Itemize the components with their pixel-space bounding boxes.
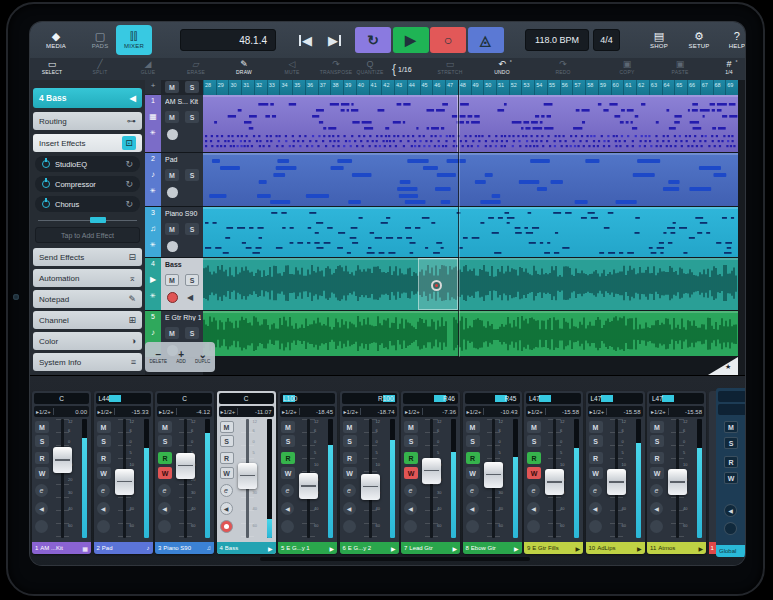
effect-mix-slider[interactable] (38, 217, 137, 223)
mixer-automation-read-button[interactable]: R (466, 452, 480, 464)
mixer-channel-solo-button[interactable]: S (650, 435, 664, 447)
track-action-delete-button[interactable]: −DELETE (150, 350, 168, 364)
output-volume-row[interactable]: ▸1/2+-15.58 (588, 406, 643, 417)
effect-edit-icon[interactable]: ↻ (125, 179, 133, 189)
mixer-channel-solo-button[interactable]: S (220, 435, 234, 447)
inspector-section-system-info[interactable]: System Info≡ (33, 353, 142, 371)
mixer-channel-mute-button[interactable]: M (650, 421, 664, 433)
output-volume-row[interactable]: ▸1/2+-18.74 (342, 406, 397, 417)
mixer-channel-mute-button[interactable]: M (589, 421, 603, 433)
mixer-channel-mute-button[interactable]: M (158, 421, 172, 433)
loop-button[interactable]: ↻ (355, 27, 391, 53)
output-volume-row[interactable]: ▸1/2+-11.07 (219, 406, 274, 417)
tool-erase[interactable]: ▱ERASE (174, 59, 218, 75)
toolbar-button-shop[interactable]: ▤SHOP (642, 25, 676, 55)
region-lane-am-s-kit[interactable] (203, 95, 738, 152)
toolbar-button-pads[interactable]: ▢PADS (82, 25, 118, 55)
channel-record-arm-button[interactable] (97, 520, 110, 533)
volume-fader-handle[interactable] (115, 469, 134, 495)
mixer-automation-read-button[interactable]: R (343, 452, 357, 464)
inspector-section-insert-effects[interactable]: Insert Effects⊡ (33, 134, 142, 152)
mixer-channel-3[interactable]: C▸1/2+-4.12MSRW◀1260510203040603Piano S9… (155, 391, 214, 554)
channel-edit-button[interactable] (466, 484, 479, 497)
pan-display[interactable]: C (34, 393, 89, 404)
inspector-section-automation[interactable]: Automation⌅ (33, 269, 142, 287)
insert-effect-slot[interactable]: Chorus↻ (35, 196, 140, 212)
mixer-channel-solo-button[interactable]: S (466, 435, 480, 447)
volume-fader-handle[interactable] (668, 469, 687, 495)
pan-display[interactable]: R100 (342, 393, 397, 404)
mixer-automation-read-button[interactable]: R (404, 452, 418, 464)
tool-select[interactable]: ▭SELECT (30, 59, 74, 75)
mixer-channel-mute-button[interactable]: M (220, 421, 234, 433)
volume-fader-handle[interactable] (484, 462, 503, 488)
pan-display[interactable]: R46 (403, 393, 458, 404)
track-mute-button[interactable]: M (165, 223, 179, 235)
track-monitor-icon[interactable]: ◀ (187, 293, 193, 302)
mixer-channel-12-partial[interactable]: 1 (709, 391, 716, 554)
master-name-label[interactable]: Global (716, 545, 745, 557)
effect-edit-icon[interactable]: ↻ (125, 159, 133, 169)
insert-effect-slot[interactable]: StudioEQ↻ (35, 156, 140, 172)
track-solo-button[interactable]: S (185, 223, 199, 235)
channel-edit-button[interactable] (404, 484, 417, 497)
volume-fader-handle[interactable] (176, 453, 195, 479)
mixer-channel-solo-button[interactable]: S (589, 435, 603, 447)
pan-display[interactable]: L47 (526, 393, 581, 404)
slider-handle[interactable] (90, 217, 106, 223)
track-mute-button[interactable]: M (165, 327, 179, 339)
track-record-arm-button[interactable] (167, 241, 178, 252)
channel-record-arm-button[interactable] (466, 520, 479, 533)
channel-edit-button[interactable] (343, 484, 356, 497)
metronome-button[interactable]: ◬ (468, 27, 504, 53)
mixer-automation-write-button[interactable]: W (97, 467, 111, 479)
mixer-master-mute-button[interactable]: M (724, 421, 738, 433)
mixer-channel-solo-button[interactable]: S (158, 435, 172, 447)
song-position-display[interactable]: 48.1.4 (180, 29, 276, 51)
mixer-master-read-button[interactable]: R (724, 456, 738, 468)
toolbar-button-setup[interactable]: ⚙SETUP (682, 25, 716, 55)
mixer-channel-7[interactable]: R46▸1/2+-7.36MSRW◀1260510203040607Lead G… (401, 391, 460, 554)
region-lane-pad[interactable] (203, 153, 738, 206)
play-button[interactable]: ▶ (393, 27, 429, 53)
channel-edit-button[interactable] (220, 484, 233, 497)
channel-edit-button[interactable] (650, 484, 663, 497)
track-record-arm-button[interactable] (167, 129, 178, 140)
inspector-section-color[interactable]: Color◑ (33, 332, 142, 350)
mixer-channel-solo-button[interactable]: S (527, 435, 541, 447)
playhead-cursor[interactable] (458, 80, 460, 357)
mixer-automation-write-button[interactable]: W (527, 467, 541, 479)
channel-monitor-button[interactable]: ◀ (650, 502, 663, 515)
track-header-am-s-kit[interactable]: 1▦✳AM S... KitMS (145, 95, 203, 153)
volume-fader-handle[interactable] (361, 474, 380, 500)
skip-forward-button[interactable]: ▶ (322, 27, 348, 53)
channel-name-label[interactable]: 10AdLips▶ (586, 542, 645, 554)
tool-glue[interactable]: ◢GLUE (126, 59, 170, 75)
volume-fader-handle[interactable] (545, 469, 564, 495)
quantize-value[interactable]: {1/16 (392, 62, 412, 76)
mixer-master-strip[interactable]: MSRW◀Global (716, 388, 745, 557)
add-effect-button[interactable]: Tap to Add Effect (35, 227, 140, 243)
mixer-channel-mute-button[interactable]: M (343, 421, 357, 433)
power-icon[interactable] (42, 160, 50, 168)
mixer-channel-mute-button[interactable]: M (466, 421, 480, 433)
region-lane-e-gtr-rhy-1[interactable] (203, 311, 738, 356)
mixer-channel-mute-button[interactable]: M (281, 421, 295, 433)
mixer-channel-solo-button[interactable]: S (281, 435, 295, 447)
arrange-timeline[interactable]: 2829303132333435363738394041424344454647… (203, 80, 738, 375)
channel-monitor-button[interactable]: ◀ (404, 502, 417, 515)
mixer-automation-write-button[interactable]: W (466, 467, 480, 479)
channel-name-label[interactable]: 8Ebow Gtr▶ (463, 542, 522, 554)
mixer-automation-read-button[interactable]: R (35, 452, 49, 464)
tool-split[interactable]: ╱SPLIT (78, 59, 122, 75)
inspector-section-notepad[interactable]: Notepad✎ (33, 290, 142, 308)
mixer-channel-5[interactable]: L100▸1/2+-18.45MSRW◀1260510203040605E G.… (278, 391, 337, 554)
mixer-automation-write-button[interactable]: W (650, 467, 664, 479)
power-icon[interactable] (42, 180, 50, 188)
pan-display[interactable]: L100 (280, 393, 335, 404)
tool-quantize[interactable]: QQUANTIZE (348, 59, 392, 75)
pan-display[interactable]: L44 (96, 393, 151, 404)
output-volume-row[interactable]: ▸1/2+-4.12 (157, 406, 212, 417)
mixer-automation-write-button[interactable]: W (158, 467, 172, 479)
output-volume-row[interactable]: ▸1/2+-15.58 (649, 406, 704, 417)
